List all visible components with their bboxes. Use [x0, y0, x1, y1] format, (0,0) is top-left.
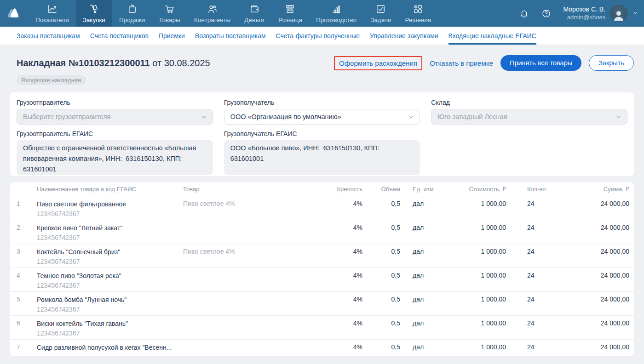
consignor-label: Грузоотправитель [17, 99, 213, 106]
row-number: 3 [10, 244, 37, 267]
consignee-egais-label: Грузополучатель ЕГАИС [224, 130, 420, 137]
table-row[interactable]: 6Виски коктейль "Тихая гавань"1234567423… [10, 316, 634, 340]
linked-product-cell[interactable] [183, 268, 314, 291]
sum-cell: 24 000,00 [567, 196, 634, 220]
app-logo[interactable] [0, 0, 29, 27]
tab-2[interactable]: Приемки [159, 27, 185, 45]
accept-all-button[interactable]: Принять все товары [500, 55, 581, 71]
linked-product-cell[interactable] [183, 340, 314, 356]
unit-cell: дал [400, 244, 446, 267]
production-icon [331, 4, 342, 15]
price-cell: 1 000,00 [446, 196, 506, 220]
consignor-placeholder: Выберите грузоотправителя [23, 113, 111, 120]
close-button[interactable]: Закрыть [589, 55, 634, 71]
warehouse-value: Юго-западный Лесная [437, 113, 507, 120]
egais-code: 123456742367 [37, 305, 183, 314]
nav-item-tasks[interactable]: Задачи [363, 0, 398, 27]
nav-item-wallet[interactable]: Деньги [237, 0, 271, 27]
store-icon [285, 4, 295, 15]
table-row[interactable]: 5Ромкола бомба "Лунная ночь"123456742367… [10, 292, 634, 316]
product-name: Сидр разливной полусухой в кегах "Весенн… [37, 343, 183, 352]
nav-item-store[interactable]: Розница [271, 0, 309, 27]
consignee-egais-field: Грузополучатель ЕГАИС ООО «Большое пиво»… [224, 130, 420, 175]
nav-item-apps[interactable]: Решения [398, 0, 438, 27]
table-body: 1Пиво светлое фильтрованное123456742367П… [10, 196, 634, 356]
chevron-down-icon [201, 114, 207, 122]
form-card: Грузоотправитель Выберите грузоотправите… [10, 92, 634, 176]
chevron-down-icon [615, 114, 622, 122]
price-cell: 1 000,00 [446, 316, 506, 339]
strength-cell: 4% [314, 316, 362, 339]
sum-cell: 24 000,00 [567, 268, 634, 291]
table-row[interactable]: 2Крепкое вино "Летний закат"123456742367… [10, 220, 634, 244]
nav-item-dolly[interactable]: Закупки [76, 0, 112, 27]
strength-cell: 4% [314, 292, 362, 315]
consignee-select[interactable]: ООО «Организация по умолчанию» [224, 109, 420, 125]
product-cell: Ромкола бомба "Лунная ночь"123456742367 [37, 292, 183, 315]
tab-3[interactable]: Возвраты поставщикам [195, 27, 265, 45]
linked-product-cell[interactable] [183, 292, 314, 315]
consignor-egais-value: Общество с ограниченной ответственностью… [17, 140, 213, 175]
table-row[interactable]: 7Сидр разливной полусухой в кегах "Весен… [10, 340, 634, 356]
nav-item-label: Решения [405, 17, 431, 23]
table-row[interactable]: 3Коктейль "Солнечный бриз"123456742367Пи… [10, 244, 634, 268]
sum-cell: 24 000,00 [567, 340, 634, 356]
strength-cell: 4% [314, 220, 362, 244]
doc-date: от 30.08.2025 [150, 58, 210, 68]
help-button[interactable] [537, 5, 555, 22]
nav-item-bag[interactable]: Продажи [112, 0, 152, 27]
nav-item-chart[interactable]: Показатели [29, 0, 76, 27]
content: Накладная №10103212300011 от 30.08.2025 … [0, 55, 644, 356]
user-menu-toggle[interactable] [632, 10, 638, 17]
volume-cell: 0,5 [362, 292, 400, 315]
avatar[interactable] [610, 5, 627, 22]
dolly-icon [89, 4, 99, 15]
nav-item-production[interactable]: Производство [309, 0, 363, 27]
column-header: Товар [183, 186, 314, 193]
linked-product-cell[interactable] [183, 316, 314, 339]
price-cell: 1 000,00 [446, 292, 506, 315]
warehouse-select[interactable]: Юго-западный Лесная [431, 109, 627, 125]
consignor-select[interactable]: Выберите грузоотправителя [17, 109, 213, 125]
qty-cell: 24 [506, 220, 567, 244]
table-row[interactable]: 1Пиво светлое фильтрованное123456742367П… [10, 196, 634, 220]
linked-product-cell[interactable]: Пиво светлое 4% [183, 244, 314, 267]
product-cell: Пиво светлое фильтрованное123456742367 [37, 196, 183, 220]
row-number: 2 [10, 220, 37, 244]
tab-1[interactable]: Счета поставщиков [90, 27, 149, 45]
strength-cell: 4% [314, 340, 362, 356]
product-cell: Крепкое вино "Летний закат"123456742367 [37, 220, 183, 244]
nav-item-people[interactable]: Контрагенты [187, 0, 238, 27]
volume-cell: 0,5 [362, 220, 400, 244]
column-header: Сумма, ₽ [567, 186, 634, 193]
volume-cell: 0,5 [362, 316, 400, 339]
product-name: Темное пиво "Золотая река" [37, 272, 183, 280]
apps-icon [413, 4, 423, 15]
tab-6[interactable]: Входящие накладные ЕГАИС [448, 27, 536, 45]
linked-product-cell[interactable]: Пиво светлое 4% [183, 196, 314, 220]
nav-item-label: Контрагенты [194, 17, 231, 23]
unit-cell: дал [400, 268, 446, 291]
doc-actions: Оформить расхождения Отказать в приемке … [334, 55, 634, 71]
nav-item-label: Продажи [119, 17, 145, 23]
column-header: Кол-во [506, 186, 567, 193]
nav-item-label: Производство [316, 17, 356, 23]
qty-cell: 24 [506, 244, 567, 267]
egais-code: 123456742367 [37, 233, 183, 242]
product-cell: Темное пиво "Золотая река"123456742367 [37, 268, 183, 291]
status-badge: Входящая накладная [17, 75, 86, 85]
column-header: Крепость [314, 186, 362, 193]
nav-item-cart[interactable]: Товары [152, 0, 187, 27]
table-row[interactable]: 4Темное пиво "Золотая река"1234567423674… [10, 268, 634, 292]
linked-product-cell[interactable] [183, 220, 314, 244]
top-nav: ПоказателиЗакупкиПродажиТоварыКонтрагент… [0, 0, 644, 27]
row-number: 6 [10, 316, 37, 339]
notifications-button[interactable] [515, 5, 533, 22]
column-header: Объем [362, 186, 400, 193]
price-cell: 1 000,00 [446, 244, 506, 267]
discrepancy-link[interactable]: Оформить расхождения [339, 59, 417, 67]
tab-0[interactable]: Заказы поставщикам [17, 27, 80, 45]
tab-4[interactable]: Счета-фактуры полученные [276, 27, 360, 45]
refuse-link[interactable]: Отказать в приемке [430, 59, 493, 67]
tab-5[interactable]: Управление закупками [370, 27, 438, 45]
